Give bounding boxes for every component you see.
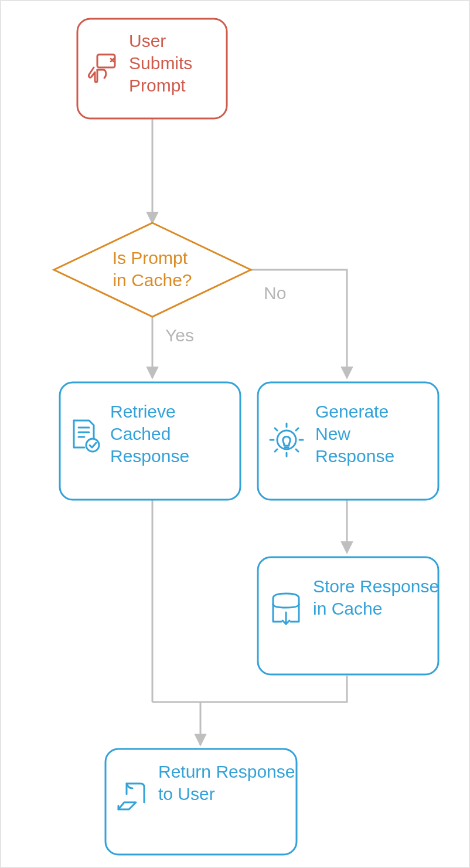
node-store: Store Response in Cache (258, 557, 444, 674)
node-return: Return Response to User (105, 749, 300, 855)
svg-marker-2 (54, 223, 251, 317)
node-generate: Generate New Response (258, 382, 438, 500)
edge-label-yes: Yes (165, 326, 194, 345)
node-retrieve: Retrieve Cached Response (60, 382, 240, 500)
node-submit: User Submits Prompt (77, 19, 227, 118)
edge-label-no: No (264, 283, 286, 303)
flowchart-diagram: { "diagram": { "type": "flowchart", "dir… (0, 0, 470, 868)
edge-store-merge (152, 676, 347, 702)
node-decision: Is Prompt in Cache? (54, 223, 251, 317)
